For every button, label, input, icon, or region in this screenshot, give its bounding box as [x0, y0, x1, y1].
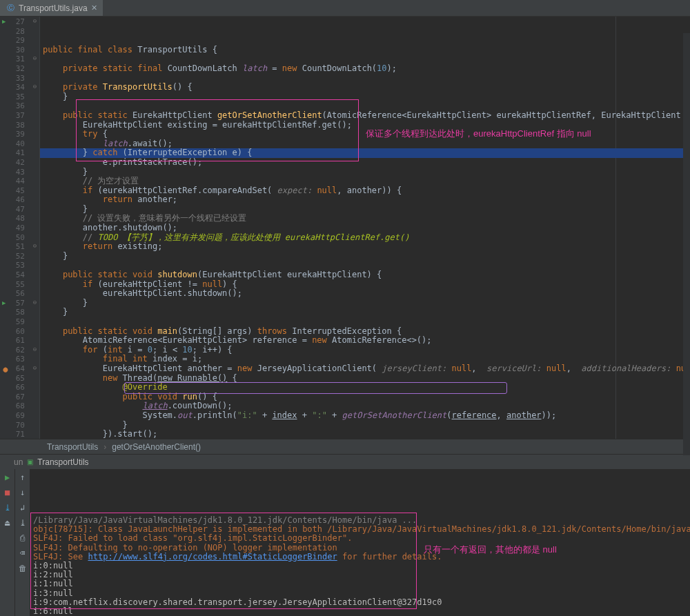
- line-number[interactable]: 57: [0, 299, 30, 308]
- line-number[interactable]: 36: [0, 101, 30, 111]
- line-number[interactable]: 70: [0, 421, 30, 430]
- line-number[interactable]: 41: [0, 148, 30, 158]
- line-number[interactable]: 65: [0, 374, 30, 384]
- code-line[interactable]: [40, 101, 690, 111]
- code-line[interactable]: eurekaHttpClient.shutdown();: [40, 289, 690, 299]
- line-number[interactable]: 67: [0, 393, 30, 402]
- down-stack-icon[interactable]: ↓: [17, 487, 28, 498]
- line-number[interactable]: 31: [0, 54, 30, 64]
- line-number[interactable]: 37: [0, 111, 30, 121]
- line-number[interactable]: 48: [0, 214, 30, 223]
- line-number[interactable]: 34: [0, 83, 30, 92]
- fold-toggle[interactable]: ⊖: [30, 17, 39, 26]
- code-line[interactable]: EurekaHttpClient another = new JerseyApp…: [40, 364, 690, 374]
- code-line[interactable]: new Thread(new Runnable() {: [40, 374, 690, 384]
- code-line[interactable]: return existing;: [40, 242, 690, 252]
- code-line[interactable]: [40, 261, 690, 270]
- up-stack-icon[interactable]: ↑: [17, 472, 28, 483]
- line-number[interactable]: 52: [0, 252, 30, 261]
- line-number[interactable]: 69: [0, 411, 30, 421]
- code-line[interactable]: }: [40, 205, 690, 215]
- line-number[interactable]: 58: [0, 308, 30, 317]
- code-line[interactable]: public static void shutdown(EurekaHttpCl…: [40, 270, 690, 280]
- code-line[interactable]: if (eurekaHttpClient != null) {: [40, 280, 690, 290]
- line-number[interactable]: 53: [0, 261, 30, 270]
- file-tab[interactable]: Ⓒ TransportUtils.java ✕: [0, 0, 103, 16]
- code-line[interactable]: }: [40, 252, 690, 261]
- line-number[interactable]: 38: [0, 121, 30, 130]
- line-number[interactable]: 28: [0, 27, 30, 37]
- line-number[interactable]: 71: [0, 430, 30, 439]
- code-line[interactable]: } catch (InterruptedException e) {: [40, 148, 690, 158]
- line-number[interactable]: 27: [0, 17, 30, 27]
- trash-icon[interactable]: 🗑: [17, 563, 28, 574]
- breadcrumb-method[interactable]: getOrSetAnotherClient(): [106, 442, 206, 452]
- code-line[interactable]: try {: [40, 130, 690, 139]
- code-line[interactable]: latch.countDown();: [40, 401, 690, 411]
- line-number[interactable]: 35: [0, 92, 30, 102]
- clear-icon[interactable]: ⌫: [17, 548, 28, 559]
- code-line[interactable]: AtomicReference<EurekaHttpClient> refere…: [40, 336, 690, 346]
- line-number[interactable]: 60: [0, 327, 30, 337]
- line-number[interactable]: 40: [0, 139, 30, 149]
- fold-toggle[interactable]: ⊖: [30, 54, 39, 63]
- code-line[interactable]: private static final CountDownLatch latc…: [40, 64, 690, 74]
- fold-toggle[interactable]: ⊖: [30, 298, 39, 308]
- rerun-icon[interactable]: ▶: [2, 472, 13, 483]
- line-number[interactable]: 43: [0, 168, 30, 177]
- code-line[interactable]: }: [40, 421, 690, 430]
- line-number[interactable]: 45: [0, 186, 30, 196]
- code-line[interactable]: }).start();: [40, 430, 690, 439]
- code-line[interactable]: EurekaHttpClient existing = eurekaHttpCl…: [40, 121, 690, 130]
- line-gutter[interactable]: 2728293031323334353637383940414243444546…: [0, 17, 30, 439]
- code-line[interactable]: private TransportUtils() {: [40, 83, 690, 92]
- fold-toggle[interactable]: ⊖: [30, 241, 39, 251]
- scroll-end-icon[interactable]: ⤓: [17, 517, 28, 528]
- line-number[interactable]: 42: [0, 158, 30, 168]
- line-number[interactable]: 49: [0, 223, 30, 233]
- close-tab-icon[interactable]: ✕: [91, 3, 97, 12]
- line-number[interactable]: 30: [0, 46, 30, 55]
- breadcrumb-class[interactable]: TransportUtils: [41, 442, 103, 452]
- line-number[interactable]: 47: [0, 205, 30, 215]
- line-number[interactable]: 50: [0, 233, 30, 243]
- code-line[interactable]: @Override: [40, 383, 690, 393]
- line-number[interactable]: 39: [0, 130, 30, 139]
- line-number[interactable]: 54: [0, 270, 30, 280]
- console-output[interactable]: 只有一个有返回，其他的都是 null /Library/Java/JavaVir…: [30, 469, 690, 616]
- fold-toggle[interactable]: ⊖: [30, 82, 39, 92]
- line-number[interactable]: 62: [0, 346, 30, 355]
- code-line[interactable]: // TODO 【芋艿】，这里有并发问题，应该此处使用 eurekaHttpCl…: [40, 233, 690, 243]
- fold-column[interactable]: ⊖⊖⊖⊖⊖⊖⊖: [30, 17, 40, 439]
- code-line[interactable]: }: [40, 168, 690, 177]
- line-number[interactable]: 46: [0, 195, 30, 205]
- line-number[interactable]: 64: [0, 364, 30, 374]
- code-line[interactable]: }: [40, 299, 690, 308]
- code-line[interactable]: }: [40, 308, 690, 317]
- line-number[interactable]: 32: [0, 64, 30, 74]
- code-line[interactable]: public final class TransportUtils {: [40, 46, 690, 55]
- code-line[interactable]: }: [40, 92, 690, 102]
- code-line[interactable]: [40, 54, 690, 64]
- code-line[interactable]: e.printStackTrace();: [40, 158, 690, 168]
- code-line[interactable]: public static EurekaHttpClient getOrSetA…: [40, 111, 690, 121]
- soft-wrap-icon[interactable]: ↲: [17, 502, 28, 513]
- line-number[interactable]: 33: [0, 74, 30, 83]
- print-icon[interactable]: ⎙: [17, 533, 28, 544]
- code-line[interactable]: latch.await();: [40, 139, 690, 149]
- line-number[interactable]: 55: [0, 280, 30, 290]
- code-area[interactable]: public final class TransportUtils { priv…: [40, 17, 690, 439]
- code-line[interactable]: final int index = i;: [40, 355, 690, 364]
- fold-toggle[interactable]: ⊖: [30, 345, 39, 355]
- code-line[interactable]: [40, 317, 690, 327]
- line-number[interactable]: 68: [0, 401, 30, 411]
- run-tool-tab[interactable]: un ▣ TransportUtils: [0, 454, 690, 469]
- line-number[interactable]: 51: [0, 242, 30, 252]
- line-number[interactable]: 59: [0, 317, 30, 327]
- code-line[interactable]: // 为空才设置: [40, 177, 690, 186]
- code-line[interactable]: return another;: [40, 195, 690, 205]
- code-line[interactable]: public void run() {: [40, 393, 690, 402]
- code-line[interactable]: System.out.println("i:" + index + ":" + …: [40, 411, 690, 421]
- line-number[interactable]: 56: [0, 289, 30, 299]
- fold-toggle[interactable]: ⊖: [30, 364, 39, 373]
